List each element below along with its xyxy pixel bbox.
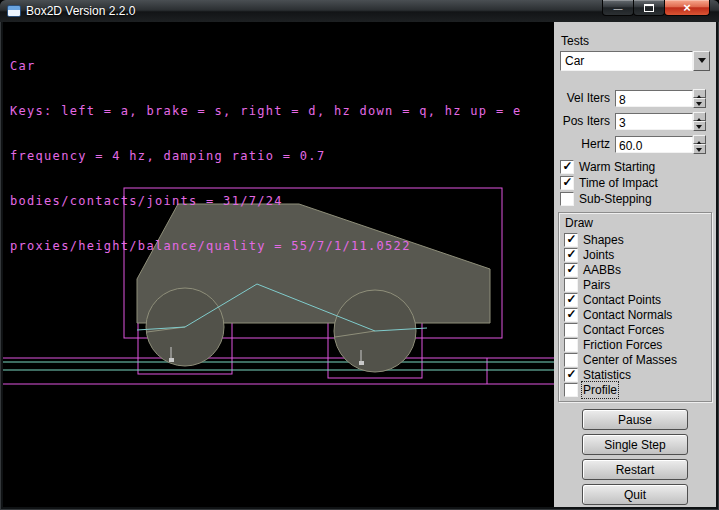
checkbox-row-shapes[interactable]: ✓ Shapes xyxy=(564,232,711,247)
check-icon: ✓ xyxy=(565,262,578,276)
checkbox-row-warm-starting[interactable]: ✓ Warm Starting xyxy=(560,159,716,175)
close-button[interactable]: × xyxy=(664,0,710,16)
aabbs-label: AABBs xyxy=(583,263,621,277)
contact-forces-label: Contact Forces xyxy=(583,323,664,337)
hertz-down-button[interactable] xyxy=(693,144,706,154)
hertz-spinner xyxy=(693,135,706,154)
checkbox-row-friction-forces[interactable]: Friction Forces xyxy=(564,337,711,352)
checkbox-row-contact-points[interactable]: ✓ Contact Points xyxy=(564,292,711,307)
window-title: Box2D Version 2.2.0 xyxy=(26,4,135,18)
time-of-impact-label: Time of Impact xyxy=(579,176,658,190)
checkbox-row-contact-forces[interactable]: Contact Forces xyxy=(564,322,711,337)
sub-stepping-label: Sub-Stepping xyxy=(579,192,652,206)
contact-points-checkbox[interactable]: ✓ xyxy=(564,293,578,307)
warm-starting-label: Warm Starting xyxy=(579,160,655,174)
checkbox-row-sub-stepping[interactable]: Sub-Stepping xyxy=(560,191,716,207)
vel-iters-down-button[interactable] xyxy=(693,98,706,108)
vel-iters-label: Vel Iters xyxy=(562,91,615,105)
app-icon xyxy=(7,5,21,17)
check-icon: ✓ xyxy=(565,232,578,246)
check-icon: ✓ xyxy=(565,292,578,306)
friction-forces-checkbox[interactable] xyxy=(564,338,578,352)
draw-group: Draw ✓ Shapes ✓ Joints ✓ AABBs Pairs xyxy=(558,212,712,402)
control-panel: Tests Car Vel Iters 8 Pos Iters 3 xyxy=(554,22,716,507)
vel-iters-input[interactable]: 8 xyxy=(615,90,693,107)
stats-proxies-line: proxies/height/balance/quality = 55/7/1/… xyxy=(10,239,521,254)
pairs-checkbox[interactable] xyxy=(564,278,578,292)
titlebar[interactable]: Box2D Version 2.2.0 — × xyxy=(0,0,719,22)
time-of-impact-checkbox[interactable]: ✓ xyxy=(560,176,574,190)
spinner-section: Vel Iters 8 Pos Iters 3 Hert xyxy=(554,88,716,154)
app-window: Box2D Version 2.2.0 — × Car Keys: left =… xyxy=(0,0,719,510)
maximize-icon xyxy=(644,4,654,12)
pos-iters-input[interactable]: 3 xyxy=(615,113,693,130)
stats-bodies-line: bodies/contacts/joints = 31/7/24 xyxy=(10,194,521,209)
checkbox-row-time-of-impact[interactable]: ✓ Time of Impact xyxy=(560,175,716,191)
hertz-input[interactable]: 60.0 xyxy=(615,136,693,153)
check-icon: ✓ xyxy=(565,247,578,261)
profile-checkbox[interactable] xyxy=(564,383,578,397)
chevron-down-icon xyxy=(698,58,706,67)
pos-iters-down-button[interactable] xyxy=(693,121,706,131)
contact-points-label: Contact Points xyxy=(583,293,661,307)
pos-iters-up-button[interactable] xyxy=(693,112,706,122)
draw-group-title: Draw xyxy=(565,216,711,230)
pos-iters-spinner xyxy=(693,112,706,131)
tests-label: Tests xyxy=(561,34,716,48)
check-icon: ✓ xyxy=(561,159,574,173)
test-select-dropdown-button[interactable] xyxy=(693,51,710,71)
statistics-label: Statistics xyxy=(583,368,631,382)
stats-frequency-line: frequency = 4 hz, damping ratio = 0.7 xyxy=(10,149,521,164)
shapes-checkbox[interactable]: ✓ xyxy=(564,233,578,247)
checkbox-row-joints[interactable]: ✓ Joints xyxy=(564,247,711,262)
shapes-label: Shapes xyxy=(583,233,624,247)
minimize-button[interactable]: — xyxy=(602,0,634,16)
pos-iters-row: Pos Iters 3 xyxy=(562,111,706,131)
center-of-masses-checkbox[interactable] xyxy=(564,353,578,367)
minimize-icon: — xyxy=(614,5,623,14)
sub-stepping-checkbox[interactable] xyxy=(560,192,574,206)
stats-keys-line: Keys: left = a, brake = s, right = d, hz… xyxy=(10,104,521,119)
checkbox-row-statistics[interactable]: ✓ Statistics xyxy=(564,367,711,382)
joints-label: Joints xyxy=(583,248,614,262)
center-of-masses-label: Center of Masses xyxy=(583,353,677,367)
vel-iters-spinner xyxy=(693,89,706,108)
pos-iters-label: Pos Iters xyxy=(562,114,615,128)
statistics-checkbox[interactable]: ✓ xyxy=(564,368,578,382)
checkbox-row-profile[interactable]: Profile xyxy=(564,382,711,397)
test-select-value[interactable]: Car xyxy=(560,51,693,71)
checkbox-row-center-of-masses[interactable]: Center of Masses xyxy=(564,352,711,367)
contact-normals-label: Contact Normals xyxy=(583,308,672,322)
stats-test-title: Car xyxy=(10,59,521,74)
profile-label: Profile xyxy=(583,383,617,397)
contact-point-left xyxy=(169,358,174,362)
window-content: Car Keys: left = a, brake = s, right = d… xyxy=(3,22,716,507)
hertz-up-button[interactable] xyxy=(693,135,706,145)
hertz-row: Hertz 60.0 xyxy=(562,134,706,154)
simulation-canvas[interactable]: Car Keys: left = a, brake = s, right = d… xyxy=(3,22,554,507)
friction-forces-label: Friction Forces xyxy=(583,338,662,352)
pairs-label: Pairs xyxy=(583,278,610,292)
check-icon: ✓ xyxy=(565,367,578,381)
quit-button[interactable]: Quit xyxy=(582,484,688,505)
restart-button[interactable]: Restart xyxy=(582,459,688,480)
test-select[interactable]: Car xyxy=(560,51,710,71)
contact-forces-checkbox[interactable] xyxy=(564,323,578,337)
statistics-overlay: Car Keys: left = a, brake = s, right = d… xyxy=(10,29,521,284)
vel-iters-up-button[interactable] xyxy=(693,89,706,99)
pause-button[interactable]: Pause xyxy=(582,409,688,430)
warm-starting-checkbox[interactable]: ✓ xyxy=(560,160,574,174)
close-icon: × xyxy=(683,1,691,14)
contact-normals-checkbox[interactable]: ✓ xyxy=(564,308,578,322)
maximize-button[interactable] xyxy=(633,0,665,16)
checkbox-row-contact-normals[interactable]: ✓ Contact Normals xyxy=(564,307,711,322)
hertz-label: Hertz xyxy=(562,137,615,151)
vel-iters-row: Vel Iters 8 xyxy=(562,88,706,108)
check-icon: ✓ xyxy=(561,175,574,189)
checkbox-row-pairs[interactable]: Pairs xyxy=(564,277,711,292)
checkbox-row-aabbs[interactable]: ✓ AABBs xyxy=(564,262,711,277)
joints-checkbox[interactable]: ✓ xyxy=(564,248,578,262)
aabbs-checkbox[interactable]: ✓ xyxy=(564,263,578,277)
single-step-button[interactable]: Single Step xyxy=(582,434,688,455)
solver-options: ✓ Warm Starting ✓ Time of Impact Sub-Ste… xyxy=(554,159,716,207)
